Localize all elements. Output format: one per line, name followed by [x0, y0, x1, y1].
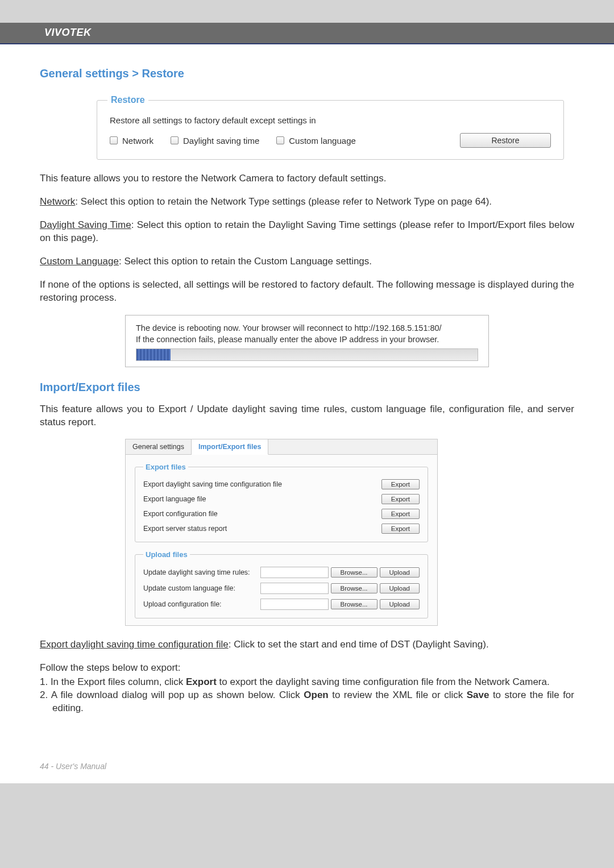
export-language-label: Export language file: [143, 495, 206, 503]
network-paragraph: Network: Select this option to retain th…: [40, 196, 574, 209]
brand-bar: VIVOTEK: [0, 23, 614, 44]
step1-part-c: to export the daylight saving time confi…: [217, 676, 550, 687]
upload-config-label: Upload configuration file:: [143, 600, 222, 608]
dst-checkbox[interactable]: [171, 136, 179, 144]
section-title-import-export: Import/Export files: [40, 381, 574, 394]
upload-legend: Upload files: [143, 550, 190, 559]
export-row-dst: Export daylight saving time configuratio…: [143, 477, 420, 492]
export-legend: Export files: [143, 463, 188, 471]
upload-dst-upload-button[interactable]: Upload: [380, 567, 420, 578]
export-dst-click-paragraph: Export daylight saving time configuratio…: [40, 638, 574, 651]
upload-config-input[interactable]: [260, 599, 329, 610]
export-dst-underline: Export daylight saving time configuratio…: [40, 639, 229, 650]
restore-button[interactable]: Restore: [460, 133, 551, 148]
upload-dst-input[interactable]: [260, 567, 329, 578]
reboot-line2: If the connection fails, please manually…: [136, 335, 478, 344]
upload-dst-label: Update daylight saving time rules:: [143, 568, 250, 576]
section-title-restore: General settings > Restore: [40, 67, 574, 80]
export-files-fieldset: Export files Export daylight saving time…: [135, 463, 428, 542]
export-config-label: Export configuration file: [143, 510, 218, 518]
export-row-status: Export server status report Export: [143, 521, 420, 536]
network-checkbox-label: Network: [122, 136, 154, 146]
custom-language-checkbox-label: Custom language: [289, 136, 356, 146]
cl-underline: Custom Language: [40, 256, 119, 267]
upload-language-input[interactable]: [260, 583, 329, 594]
network-checkbox[interactable]: [110, 136, 118, 144]
cl-description: : Select this option to retain the Custo…: [119, 256, 372, 267]
step2-part-a: 2. A file download dialog will pop up as…: [40, 690, 304, 700]
export-row-config: Export configuration file Export: [143, 506, 420, 521]
intro-paragraph: This feature allows you to restore the N…: [40, 172, 574, 185]
upload-files-fieldset: Upload files Update daylight saving time…: [135, 550, 428, 618]
upload-dst-browse-button[interactable]: Browse...: [331, 567, 377, 578]
export-status-label: Export server status report: [143, 525, 227, 533]
import-export-panel: General settings Import/Export files Exp…: [125, 439, 438, 626]
network-description: : Select this option to retain the Netwo…: [75, 196, 492, 207]
step1-part-a: 1. In the Export files column, click: [40, 676, 186, 687]
step-1: 1. In the Export files column, click Exp…: [40, 676, 574, 689]
page-container: VIVOTEK General settings > Restore Resto…: [0, 0, 614, 803]
step2-save-bold: Save: [467, 690, 489, 700]
progress-fill: [136, 349, 171, 360]
upload-language-label: Update custom language file:: [143, 584, 235, 592]
dst-paragraph: Daylight Saving Time: Select this option…: [40, 219, 574, 245]
export-dst-click-text: : Click to set the start and end time of…: [229, 639, 489, 650]
restore-legend: Restore: [107, 95, 148, 105]
import-export-intro: This feature allows you to Export / Upda…: [40, 403, 574, 429]
export-config-button[interactable]: Export: [381, 509, 420, 519]
reboot-message-box: The device is rebooting now. Your browse…: [125, 315, 489, 367]
tab-general-settings[interactable]: General settings: [126, 439, 192, 454]
network-underline: Network: [40, 196, 75, 207]
export-status-button[interactable]: Export: [381, 524, 420, 534]
upload-language-upload-button[interactable]: Upload: [380, 583, 420, 593]
upload-language-browse-button[interactable]: Browse...: [331, 583, 377, 593]
progress-bar: [136, 348, 478, 361]
steps-list: 1. In the Export files column, click Exp…: [40, 676, 574, 715]
export-dst-label: Export daylight saving time configuratio…: [143, 480, 282, 488]
custom-language-paragraph: Custom Language: Select this option to r…: [40, 255, 574, 268]
dst-checkbox-label: Daylight saving time: [183, 136, 259, 146]
upload-config-upload-button[interactable]: Upload: [380, 599, 420, 609]
step-2: 2. A file download dialog will pop up as…: [40, 689, 574, 715]
restore-options-row: Network Daylight saving time Custom lang…: [110, 133, 551, 148]
custom-language-checkbox[interactable]: [276, 136, 284, 144]
dst-underline: Daylight Saving Time: [40, 219, 131, 230]
upload-config-browse-button[interactable]: Browse...: [331, 599, 377, 609]
reboot-line1: The device is rebooting now. Your browse…: [136, 323, 478, 333]
follow-steps-text: Follow the steps below to export:: [40, 662, 574, 675]
step2-open-bold: Open: [304, 690, 328, 700]
upload-row-config: Upload configuration file: Browse... Upl…: [143, 596, 420, 612]
export-dst-button[interactable]: Export: [381, 479, 420, 489]
restore-description: Restore all settings to factory default …: [110, 115, 551, 125]
export-row-language: Export language file Export: [143, 492, 420, 506]
brand-label: VIVOTEK: [44, 27, 92, 38]
none-selected-paragraph: If none of the options is selected, all …: [40, 279, 574, 305]
export-language-button[interactable]: Export: [381, 494, 420, 504]
upload-row-language: Update custom language file: Browse... U…: [143, 580, 420, 596]
step2-part-c: to review the XML file or click: [329, 690, 467, 700]
step1-export-bold: Export: [186, 676, 217, 687]
page-content: General settings > Restore Restore Resto…: [0, 44, 614, 783]
upload-row-dst: Update daylight saving time rules: Brows…: [143, 564, 420, 580]
tab-row: General settings Import/Export files: [126, 439, 437, 455]
tab-import-export[interactable]: Import/Export files: [192, 439, 268, 455]
page-footer: 44 - User's Manual: [40, 762, 106, 771]
restore-fieldset: Restore Restore all settings to factory …: [97, 95, 564, 160]
